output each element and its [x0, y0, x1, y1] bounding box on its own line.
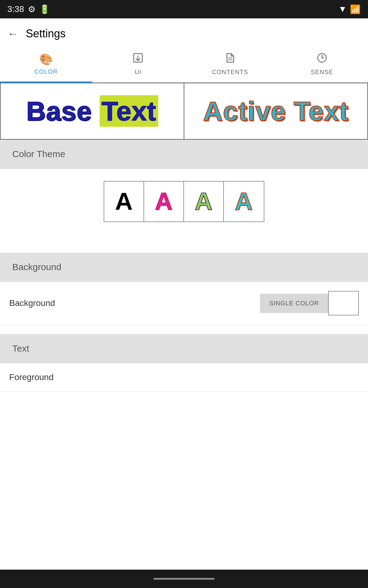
color-tab-icon: 🎨 — [39, 53, 53, 66]
ui-tab-icon — [132, 52, 144, 66]
base-word: Base — [26, 96, 100, 126]
bottom-bar — [0, 570, 368, 588]
tab-contents[interactable]: CONTENTS — [184, 49, 276, 82]
active-text-display: Active Text — [203, 96, 349, 127]
battery-status-icon: 🔋 — [39, 4, 50, 14]
tab-sense[interactable]: SENSE — [276, 49, 368, 82]
preview-active[interactable]: Active Text — [184, 83, 367, 139]
sense-tab-icon — [316, 52, 328, 66]
wifi-icon: ▼ — [338, 4, 347, 14]
signal-icon: 📶 — [350, 4, 361, 14]
sense-tab-label: SENSE — [311, 69, 333, 76]
foreground-label: Foreground — [9, 372, 359, 382]
swatch-letter-cyan: A — [235, 187, 253, 216]
background-options: SINGLE COLOR — [260, 291, 359, 315]
back-button[interactable]: ← — [7, 27, 18, 40]
preview-base[interactable]: Base Text — [1, 83, 184, 139]
preview-area: Base Text Active Text — [0, 83, 368, 140]
swatches-container: A A A A — [0, 169, 368, 234]
swatch-cyan[interactable]: A — [224, 182, 264, 221]
swatch-green[interactable]: A — [184, 182, 224, 221]
settings-status-icon: ⚙ — [28, 4, 36, 14]
background-color-preview[interactable] — [328, 291, 359, 315]
tab-ui[interactable]: UI — [92, 49, 184, 82]
contents-tab-label: CONTENTS — [212, 69, 248, 76]
contents-tab-icon — [224, 52, 236, 66]
spacer-2 — [0, 325, 368, 334]
swatch-pink[interactable]: A — [144, 182, 184, 221]
text-word: Text — [100, 95, 158, 127]
base-text-display: Base Text — [26, 96, 158, 127]
single-color-button[interactable]: SINGLE COLOR — [260, 294, 328, 313]
swatches-grid: A A A A — [104, 181, 264, 222]
status-bar-right: ▼ 📶 — [338, 4, 361, 14]
text-section-header: Text — [0, 334, 368, 363]
color-theme-section-header: Color Theme — [0, 140, 368, 168]
color-tab-label: COLOR — [34, 68, 58, 75]
swatch-black[interactable]: A — [104, 182, 144, 221]
foreground-row: Foreground — [0, 363, 368, 392]
swatch-letter-green: A — [195, 187, 213, 216]
status-bar: 3:38 ⚙ 🔋 ▼ 📶 — [0, 0, 368, 18]
background-row-label: Background — [9, 298, 260, 308]
app-bar: ← Settings — [0, 18, 368, 49]
ui-tab-label: UI — [135, 69, 141, 76]
swatch-letter-black: A — [115, 187, 133, 216]
status-bar-left: 3:38 ⚙ 🔋 — [7, 4, 50, 14]
home-indicator — [153, 578, 215, 580]
background-section-header: Background — [0, 253, 368, 281]
status-time: 3:38 — [7, 4, 24, 14]
page-title: Settings — [26, 27, 66, 40]
tab-color[interactable]: 🎨 COLOR — [0, 49, 92, 82]
swatch-letter-pink: A — [155, 187, 173, 216]
background-row: Background SINGLE COLOR — [0, 282, 368, 325]
tab-bar: 🎨 COLOR UI CONTENTS — [0, 49, 368, 83]
spacer-1 — [0, 234, 368, 253]
